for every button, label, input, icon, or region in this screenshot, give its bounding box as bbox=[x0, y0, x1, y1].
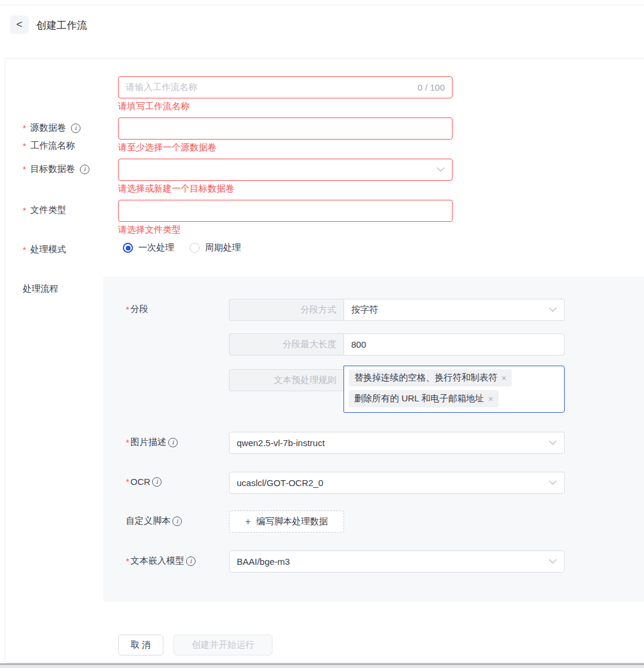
radio-unselected-icon bbox=[190, 243, 200, 253]
create-and-run-button: 创建并开始运行 bbox=[174, 635, 273, 655]
radio-periodic[interactable]: 周期处理 bbox=[190, 242, 241, 253]
plus-icon: + bbox=[245, 517, 250, 527]
segment-method-select[interactable]: 按字符 bbox=[343, 299, 565, 321]
segment-maxlen-input[interactable]: 800 bbox=[343, 333, 565, 355]
target-volume-label: * 目标数据卷 i bbox=[23, 163, 89, 175]
segment-method-group: 分段方式 按字符 bbox=[229, 299, 565, 321]
close-icon[interactable]: × bbox=[501, 373, 506, 383]
pipeline-label: 处理流程 bbox=[23, 283, 58, 295]
workflow-name-input[interactable]: 请输入工作流名称 0 / 100 bbox=[118, 76, 453, 98]
chevron-down-icon bbox=[549, 480, 557, 485]
segment-label: * 分段 bbox=[126, 304, 148, 315]
pipeline-panel: * 分段 分段方式 按字符 分段最大长度 800 文本预处理规则 替换掉连续的空… bbox=[103, 277, 644, 602]
image-caption-select[interactable]: qwen2.5-vl-7b-instruct bbox=[229, 432, 565, 454]
bottom-bar-light bbox=[0, 665, 644, 668]
source-volume-label: * 源数据卷 i bbox=[23, 122, 80, 134]
back-button[interactable]: < bbox=[10, 16, 29, 34]
back-icon: < bbox=[16, 18, 23, 31]
close-icon[interactable]: × bbox=[488, 394, 493, 404]
write-script-button[interactable]: + 编写脚本处理数据 bbox=[229, 511, 344, 533]
form-card: * 工作流名称 请输入工作流名称 0 / 100 请填写工作流名称 * 源数据卷… bbox=[5, 58, 644, 663]
workflow-name-placeholder: 请输入工作流名称 bbox=[126, 82, 417, 93]
workflow-name-error: 请填写工作流名称 bbox=[118, 101, 190, 112]
process-mode-radio-group: 一次处理 周期处理 bbox=[123, 242, 241, 253]
info-icon[interactable]: i bbox=[152, 477, 162, 487]
page-header: < 创建工作流 bbox=[0, 5, 644, 47]
embedding-label: * 文本嵌入模型 i bbox=[126, 555, 196, 567]
segment-maxlen-group: 分段最大长度 800 bbox=[229, 333, 565, 355]
info-icon[interactable]: i bbox=[186, 556, 196, 566]
embedding-select[interactable]: BAAI/bge-m3 bbox=[229, 551, 565, 573]
rule-tag: 删除所有的 URL 和电子邮箱地址 × bbox=[349, 390, 499, 407]
chevron-down-icon bbox=[549, 307, 557, 313]
custom-script-label: 自定义脚本 i bbox=[126, 515, 182, 527]
radio-once[interactable]: 一次处理 bbox=[123, 242, 174, 253]
required-mark: * bbox=[23, 164, 26, 174]
info-icon[interactable]: i bbox=[172, 517, 182, 526]
info-icon[interactable]: i bbox=[168, 438, 178, 447]
process-mode-label: * 处理模式 bbox=[23, 244, 66, 255]
segment-rules-addon: 文本预处理规则 bbox=[229, 369, 343, 391]
required-mark: * bbox=[126, 437, 129, 447]
file-type-input[interactable] bbox=[118, 200, 453, 222]
required-mark: * bbox=[23, 205, 26, 215]
info-icon[interactable]: i bbox=[71, 123, 80, 133]
required-mark: * bbox=[23, 245, 26, 255]
chevron-down-icon bbox=[549, 440, 557, 446]
page-title: 创建工作流 bbox=[36, 18, 87, 32]
source-volume-error: 请至少选择一个源数据卷 bbox=[118, 142, 216, 153]
image-caption-label: * 图片描述 i bbox=[126, 437, 178, 448]
chevron-down-icon bbox=[436, 167, 445, 172]
info-icon[interactable]: i bbox=[80, 165, 89, 174]
required-mark: * bbox=[23, 141, 26, 151]
radio-selected-icon bbox=[123, 243, 133, 253]
char-counter: 0 / 100 bbox=[417, 82, 445, 92]
chevron-down-icon bbox=[549, 559, 557, 564]
rule-tag: 替换掉连续的空格、换行符和制表符 × bbox=[349, 369, 512, 386]
required-mark: * bbox=[126, 556, 129, 566]
segment-maxlen-addon: 分段最大长度 bbox=[229, 333, 343, 355]
cancel-button[interactable]: 取 消 bbox=[118, 635, 163, 655]
source-volume-input[interactable] bbox=[118, 117, 453, 140]
file-type-label: * 文件类型 bbox=[23, 205, 66, 216]
file-type-error: 请选择文件类型 bbox=[118, 224, 181, 236]
segment-method-addon: 分段方式 bbox=[229, 299, 343, 321]
segment-rules-multiselect[interactable]: 替换掉连续的空格、换行符和制表符 × 删除所有的 URL 和电子邮箱地址 × bbox=[343, 366, 565, 413]
required-mark: * bbox=[126, 477, 129, 487]
required-mark: * bbox=[23, 123, 26, 133]
ocr-label: * OCR i bbox=[126, 477, 162, 487]
ocr-select[interactable]: ucaslcl/GOT-OCR2_0 bbox=[229, 472, 565, 494]
target-volume-error: 请选择或新建一个目标数据卷 bbox=[118, 183, 234, 194]
workflow-name-label: * 工作流名称 bbox=[23, 140, 75, 151]
segment-rules-group: 文本预处理规则 替换掉连续的空格、换行符和制表符 × 删除所有的 URL 和电子… bbox=[229, 366, 565, 413]
required-mark: * bbox=[126, 304, 129, 314]
target-volume-select[interactable] bbox=[118, 159, 453, 181]
